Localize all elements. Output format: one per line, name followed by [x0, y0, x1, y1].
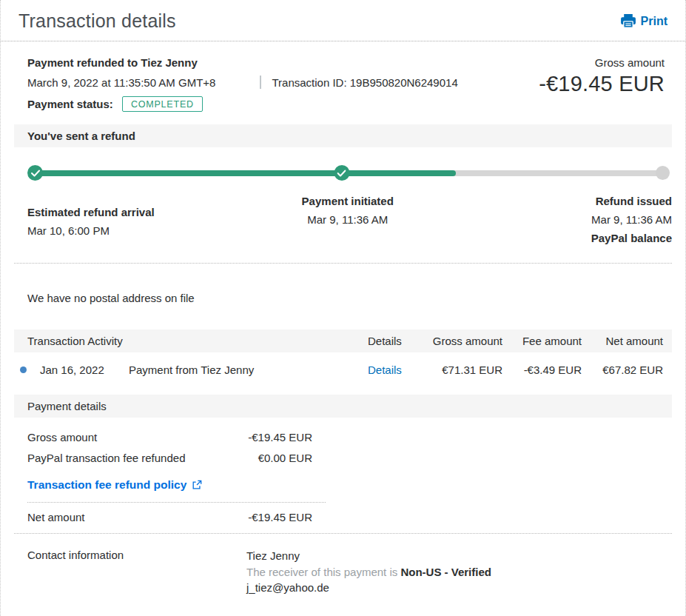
payment-detail-row: PayPal transaction fee refunded €0.00 EU…	[14, 450, 672, 471]
fee-refund-policy-link[interactable]: Transaction fee refund policy	[27, 478, 186, 492]
row-net-amount: €67.82 EUR	[582, 364, 663, 376]
row-bullet-icon	[20, 366, 27, 373]
refund-progress-fill	[35, 170, 456, 176]
summary-section: Payment refunded to Tiez Jenny March 9, …	[1, 41, 685, 112]
page-title: Transaction details	[19, 10, 176, 32]
row-date: Jan 16, 2022	[40, 364, 129, 376]
timeline-step-payment-initiated: Payment initiated Mar 9, 11:36 AM	[302, 192, 394, 229]
activity-table-row: Jan 16, 2022 Payment from Tiez Jenny Det…	[14, 352, 672, 387]
page-header: Transaction details Print	[1, 0, 685, 41]
printer-icon	[621, 14, 636, 28]
activity-title: Transaction Activity	[14, 335, 368, 347]
postal-address-note: We have no postal address on file	[27, 284, 659, 304]
net-amount-value: -€19.45 EUR	[205, 509, 312, 526]
row-fee-amount: -€3.49 EUR	[502, 364, 582, 376]
print-label: Print	[641, 15, 667, 28]
transaction-datetime: March 9, 2022 at 11:35:50 AM GMT+8	[27, 76, 215, 89]
row-description: Payment from Tiez Jenny	[129, 364, 368, 376]
section-divider	[14, 533, 672, 534]
detail-label: Gross amount	[27, 429, 205, 446]
recipient-line: Payment refunded to Tiez Jenny	[27, 56, 458, 69]
summary-right: Gross amount -€19.45 EUR	[539, 56, 665, 112]
timeline-labels: Estimated refund arrival Mar 10, 6:00 PM…	[14, 192, 672, 263]
receiver-note: The receiver of this payment is	[246, 566, 400, 578]
payment-details-rows: Gross amount -€19.45 EUR PayPal transact…	[14, 418, 672, 533]
receiver-status: Non-US - Verified	[400, 566, 491, 578]
gross-amount-value: -€19.45 EUR	[539, 72, 665, 96]
policy-row: Transaction fee refund policy	[27, 478, 672, 492]
contact-email: j_tiez@yahoo.de	[246, 580, 672, 595]
timeline-step-estimated-arrival: Estimated refund arrival Mar 10, 6:00 PM	[27, 203, 155, 240]
step-pending-icon	[656, 166, 670, 180]
row-gross-amount: €71.31 EUR	[401, 364, 502, 376]
contact-label: Contact information	[27, 549, 246, 595]
net-amount-row: Net amount -€19.45 EUR	[14, 503, 672, 533]
timeline-step-refund-issued: Refund issued Mar 9, 11:36 AM PayPal bal…	[591, 192, 672, 247]
refund-section-title: You've sent a refund	[14, 124, 672, 147]
refund-timeline	[14, 165, 672, 181]
step-label: Estimated refund arrival	[27, 203, 155, 221]
step-sublabel: PayPal balance	[591, 229, 672, 247]
payment-details-title: Payment details	[14, 395, 672, 418]
contact-info: Tiez Jenny The receiver of this payment …	[246, 549, 672, 595]
step-complete-icon	[27, 165, 43, 181]
payment-detail-row: Gross amount -€19.45 EUR	[14, 429, 672, 450]
column-header-details: Details	[368, 335, 401, 347]
section-divider	[14, 263, 672, 264]
external-link-icon	[192, 480, 202, 490]
transaction-id: Transaction ID: 19B950820N6249014	[272, 76, 457, 89]
step-label: Refund issued	[591, 192, 672, 210]
detail-value: -€19.45 EUR	[205, 429, 312, 446]
detail-value: €0.00 EUR	[205, 450, 312, 466]
summary-left: Payment refunded to Tiez Jenny March 9, …	[27, 56, 458, 112]
vertical-separator	[260, 76, 261, 89]
row-details-link[interactable]: Details	[368, 364, 401, 376]
status-row: Payment status: COMPLETED	[27, 96, 458, 112]
net-amount-label: Net amount	[27, 509, 205, 526]
print-button[interactable]: Print	[621, 14, 667, 28]
receiver-line: The receiver of this payment is Non-US -…	[246, 565, 672, 580]
activity-header-row: Transaction Activity Details Gross amoun…	[14, 329, 672, 352]
contact-name: Tiez Jenny	[246, 549, 672, 563]
detail-label: PayPal transaction fee refunded	[27, 450, 205, 466]
column-header-fee: Fee amount	[502, 335, 582, 347]
date-row: March 9, 2022 at 11:35:50 AM GMT+8 Trans…	[27, 76, 458, 89]
transaction-details-card: Transaction details Print Payment refund…	[0, 0, 686, 616]
contact-section: Contact information Tiez Jenny The recei…	[14, 547, 672, 607]
step-complete-icon	[334, 165, 349, 181]
column-header-gross: Gross amount	[401, 335, 502, 347]
step-label: Payment initiated	[302, 192, 394, 210]
activity-row-main: Jan 16, 2022 Payment from Tiez Jenny	[14, 364, 368, 376]
step-datetime: Mar 9, 11:36 AM	[591, 210, 672, 229]
gross-amount-label: Gross amount	[539, 56, 665, 69]
column-header-net: Net amount	[582, 335, 663, 347]
status-label: Payment status:	[27, 98, 113, 110]
step-datetime: Mar 10, 6:00 PM	[27, 221, 155, 240]
status-badge: COMPLETED	[122, 96, 203, 112]
step-datetime: Mar 9, 11:36 AM	[302, 210, 394, 229]
